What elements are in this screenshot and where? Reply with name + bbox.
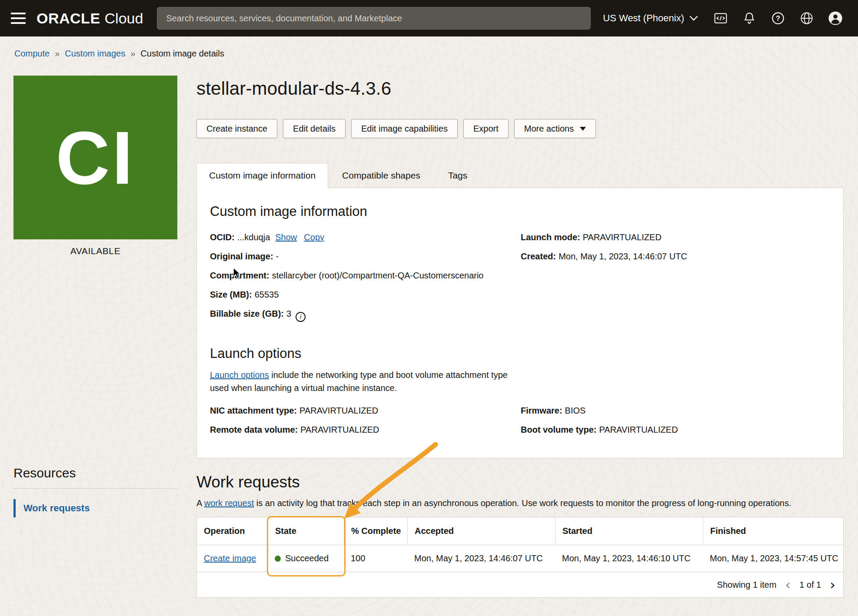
section-heading-launch-options: Launch options: [210, 346, 830, 361]
brand-oracle-text: ORACLE: [37, 10, 100, 27]
edit-image-capabilities-button[interactable]: Edit image capabilities: [351, 119, 458, 138]
original-image-label: Original image:: [210, 252, 273, 261]
topbar: ORACLE Cloud US West (Phoenix) ?: [0, 0, 858, 36]
ocid-show-link[interactable]: Show: [275, 232, 297, 242]
breadcrumb-separator: »: [55, 49, 60, 59]
breadcrumb-separator: »: [130, 49, 135, 59]
succeeded-status-dot: [275, 556, 281, 562]
column-header-accepted: Accepted: [407, 517, 555, 545]
main-content: stellar-modular-ds-4.3.6 Create instance…: [196, 78, 844, 598]
cell-complete: 100: [344, 545, 407, 572]
tab-custom-image-information[interactable]: Custom image information: [196, 163, 328, 188]
pagination-prev-icon[interactable]: ‹: [785, 578, 791, 592]
work-requests-section: Work requests A work request is an activ…: [196, 473, 844, 598]
launch-options-link[interactable]: Launch options: [210, 370, 269, 380]
work-request-link[interactable]: work request: [204, 498, 254, 508]
table-footer: Showing 1 item ‹ 1 of 1 ›: [197, 572, 843, 597]
firmware-value: BIOS: [565, 406, 586, 415]
boot-volume-type-row: Boot volume type:PARAVIRTUALIZED: [521, 424, 830, 436]
search-input[interactable]: [157, 7, 591, 30]
custom-image-information-panel: Custom image information OCID:...kduqjaS…: [196, 188, 844, 458]
work-requests-description: A work request is an activity log that t…: [196, 498, 844, 508]
export-button[interactable]: Export: [463, 119, 509, 138]
remote-data-volume-value: PARAVIRTUALIZED: [300, 425, 379, 434]
boot-volume-type-value: PARAVIRTUALIZED: [599, 425, 678, 434]
sidebar-item-label: Work requests: [23, 503, 90, 514]
language-globe-icon[interactable]: [795, 7, 818, 30]
column-header-started: Started: [555, 517, 703, 545]
firmware-label: Firmware:: [521, 406, 562, 415]
custom-image-initials: CI: [56, 120, 135, 195]
breadcrumb-compute[interactable]: Compute: [14, 49, 50, 59]
create-instance-button[interactable]: Create instance: [196, 119, 277, 138]
sidebar-item-work-requests[interactable]: Work requests: [13, 499, 177, 517]
action-buttons: Create instance Edit details Edit image …: [196, 119, 844, 138]
create-image-link[interactable]: Create image: [204, 553, 256, 563]
pagination-next-icon[interactable]: ›: [830, 578, 835, 592]
tab-tags[interactable]: Tags: [434, 163, 481, 188]
column-header-operation: Operation: [197, 517, 268, 545]
column-header-complete: % Complete: [344, 517, 407, 545]
launch-options-right-column: Firmware:BIOS Boot volume type:PARAVIRTU…: [521, 405, 830, 443]
size-label: Size (MB):: [210, 290, 252, 299]
custom-image-tile: CI: [13, 76, 177, 239]
launch-mode-value: PARAVIRTUALIZED: [583, 232, 662, 242]
original-image-value: -: [276, 252, 279, 261]
nic-attachment-row: NIC attachment type:PARAVIRTUALIZED: [210, 405, 521, 417]
help-icon[interactable]: ?: [767, 7, 789, 30]
column-header-finished: Finished: [703, 517, 843, 545]
ocid-copy-link[interactable]: Copy: [304, 232, 324, 242]
work-requests-heading: Work requests: [196, 473, 844, 491]
compartment-value: stellarcyber (root)/Compartment-QA-Custo…: [272, 271, 484, 280]
more-actions-button[interactable]: More actions: [514, 119, 596, 138]
region-selector[interactable]: US West (Phoenix): [603, 13, 698, 24]
created-label: Created:: [521, 252, 556, 261]
billable-size-label: Billable size (GB):: [210, 309, 284, 318]
status-badge: AVAILABLE: [13, 246, 177, 256]
oracle-cloud-logo[interactable]: ORACLE Cloud: [37, 10, 143, 27]
info-icon[interactable]: i: [296, 312, 306, 322]
hamburger-menu-icon[interactable]: [0, 0, 37, 36]
launch-mode-row: Launch mode:PARAVIRTUALIZED: [521, 232, 830, 243]
topbar-icons: ?: [709, 7, 847, 30]
info-right-column: Launch mode:PARAVIRTUALIZED Created:Mon,…: [521, 232, 830, 329]
remote-data-volume-row: Remote data volume:PARAVIRTUALIZED: [210, 424, 521, 436]
nic-attachment-label: NIC attachment type:: [210, 406, 297, 415]
launch-options-description: Launch options include the networking ty…: [210, 368, 525, 394]
chevron-down-icon: [689, 15, 698, 21]
tab-bar: Custom image information Compatible shap…: [196, 163, 844, 188]
original-image-row: Original image:-: [210, 251, 521, 262]
cloud-shell-icon[interactable]: [709, 7, 732, 30]
work-requests-table: Operation State % Complete Accepted Star…: [196, 517, 844, 598]
section-heading-custom-image-information: Custom image information: [210, 204, 830, 219]
user-avatar-icon[interactable]: [824, 7, 847, 30]
boot-volume-type-label: Boot volume type:: [521, 425, 596, 434]
cell-state: Succeeded: [268, 545, 344, 572]
cell-accepted: Mon, May 1, 2023, 14:46:07 UTC: [407, 545, 555, 572]
compartment-row: Compartment:stellarcyber (root)/Compartm…: [210, 270, 521, 282]
state-value: Succeeded: [285, 553, 329, 563]
work-requests-desc-prefix: A: [196, 498, 204, 508]
cell-started: Mon, May 1, 2023, 14:46:10 UTC: [555, 545, 703, 572]
screen: ORACLE Cloud US West (Phoenix) ?: [0, 0, 858, 616]
notifications-bell-icon[interactable]: [738, 7, 761, 30]
brand-cloud-text: Cloud: [105, 10, 143, 27]
ocid-value: ...kduqja: [237, 232, 270, 242]
billable-size-row: Billable size (GB):3i: [210, 308, 521, 322]
compartment-label: Compartment:: [210, 271, 269, 280]
resources-heading: Resources: [13, 466, 177, 480]
ocid-label: OCID:: [210, 232, 235, 242]
breadcrumb: Compute » Custom images » Custom image d…: [14, 49, 224, 59]
table-row: Create image Succeeded 100 Mon, May 1, 2…: [197, 545, 843, 572]
region-label: US West (Phoenix): [603, 13, 684, 24]
edit-details-button[interactable]: Edit details: [283, 119, 346, 138]
size-row: Size (MB):65535: [210, 289, 521, 301]
cell-operation: Create image: [197, 545, 268, 572]
breadcrumb-custom-images[interactable]: Custom images: [65, 49, 125, 59]
showing-count: Showing 1 item: [717, 580, 777, 590]
size-value: 65535: [255, 290, 279, 299]
work-requests-desc-text: is an activity log that tracks each step…: [254, 498, 791, 508]
firmware-row: Firmware:BIOS: [521, 405, 830, 417]
cell-finished: Mon, May 1, 2023, 14:57:45 UTC: [703, 545, 845, 572]
tab-compatible-shapes[interactable]: Compatible shapes: [328, 163, 434, 188]
